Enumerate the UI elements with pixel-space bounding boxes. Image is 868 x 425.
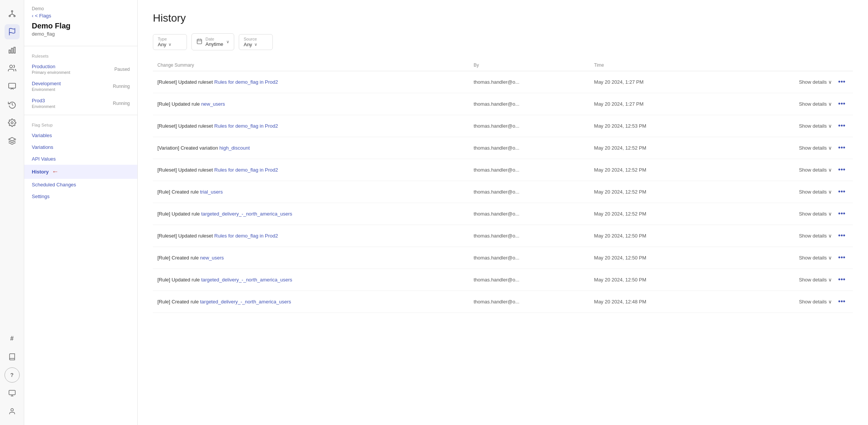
nav-item-prod3[interactable]: Prod3 Environment Running — [24, 95, 137, 112]
show-details-button[interactable]: Show details ∨ — [799, 101, 832, 107]
time-cell: May 20 2024, 12:52 PM — [590, 203, 724, 225]
change-summary-cell: [Ruleset] Updated ruleset Rules for demo… — [153, 115, 469, 137]
change-link[interactable]: new_users — [200, 255, 224, 261]
show-details-button[interactable]: Show details ∨ — [799, 123, 832, 129]
change-link[interactable]: Rules for demo_flag in Prod2 — [214, 79, 278, 85]
more-options-button[interactable]: ••• — [835, 164, 848, 175]
change-summary-cell: [Rule] Updated rule targeted_delivery_-_… — [153, 269, 469, 291]
type-chevron-icon: ∨ — [168, 42, 171, 47]
show-details-button[interactable]: Show details ∨ — [799, 189, 832, 195]
svg-point-1 — [9, 16, 10, 17]
source-filter[interactable]: Source Any ∨ — [239, 34, 273, 50]
nav-link-scheduled-changes[interactable]: Scheduled Changes — [24, 179, 137, 191]
nav-icon-tree[interactable] — [5, 6, 20, 21]
by-cell: thomas.handler@o... — [469, 291, 590, 313]
col-change-summary: Change Summary — [153, 59, 469, 71]
time-cell: May 20 2024, 12:52 PM — [590, 137, 724, 159]
by-cell: thomas.handler@o... — [469, 115, 590, 137]
filter-bar: Type Any ∨ Date Anytime ∨ Source Any ∨ — [153, 33, 853, 50]
flag-name: Demo Flag — [24, 22, 137, 31]
change-summary-cell: [Ruleset] Updated ruleset Rules for demo… — [153, 225, 469, 247]
change-link[interactable]: targeted_delivery_-_north_america_users — [201, 277, 292, 283]
nav-link-variations[interactable]: Variations — [24, 141, 137, 153]
svg-rect-14 — [9, 391, 15, 395]
nav-icon-history[interactable] — [5, 97, 20, 112]
show-details-button[interactable]: Show details ∨ — [799, 277, 832, 283]
date-filter[interactable]: Date Anytime ∨ — [191, 33, 234, 50]
show-details-button[interactable]: Show details ∨ — [799, 79, 832, 85]
change-link[interactable]: Rules for demo_flag in Prod2 — [214, 167, 278, 173]
show-details-button[interactable]: Show details ∨ — [799, 167, 832, 173]
nav-item-development[interactable]: Development Environment Running — [24, 78, 137, 95]
icon-sidebar: # ? — [0, 0, 24, 425]
nav-item-production[interactable]: Production Primary environment Paused — [24, 61, 137, 78]
nav-link-variables[interactable]: Variables — [24, 130, 137, 141]
svg-rect-8 — [11, 48, 13, 53]
show-details-button[interactable]: Show details ∨ — [799, 233, 832, 239]
nav-icon-settings[interactable] — [5, 115, 20, 130]
more-options-button[interactable]: ••• — [835, 274, 848, 285]
more-options-button[interactable]: ••• — [835, 142, 848, 153]
nav-icon-book[interactable] — [5, 349, 20, 364]
more-options-button[interactable]: ••• — [835, 98, 848, 109]
change-link[interactable]: targeted_delivery_-_north_america_users — [201, 211, 292, 217]
nav-link-settings[interactable]: Settings — [24, 191, 137, 202]
more-options-button[interactable]: ••• — [835, 230, 848, 241]
by-cell: thomas.handler@o... — [469, 247, 590, 269]
actions-cell: Show details ∨ ••• — [724, 225, 853, 247]
type-filter[interactable]: Type Any ∨ — [153, 34, 187, 50]
show-details-button[interactable]: Show details ∨ — [799, 255, 832, 261]
nav-link-history[interactable]: History ← — [24, 165, 137, 179]
change-summary-cell: [Ruleset] Updated ruleset Rules for demo… — [153, 71, 469, 93]
more-options-button[interactable]: ••• — [835, 120, 848, 131]
time-cell: May 20 2024, 1:27 PM — [590, 71, 724, 93]
table-row: [Rule] Created rule targeted_delivery_-_… — [153, 291, 853, 313]
svg-line-4 — [9, 14, 12, 16]
change-link[interactable]: Rules for demo_flag in Prod2 — [214, 123, 278, 129]
change-link[interactable]: trial_users — [200, 189, 223, 195]
show-details-button[interactable]: Show details ∨ — [799, 211, 832, 217]
change-link[interactable]: targeted_delivery_-_north_america_users — [200, 299, 291, 305]
by-cell: thomas.handler@o... — [469, 137, 590, 159]
change-summary-cell: [Rule] Created rule trial_users — [153, 181, 469, 203]
show-details-button[interactable]: Show details ∨ — [799, 145, 832, 151]
nav-icon-monitor[interactable] — [5, 79, 20, 94]
back-arrow-icon: ‹ — [32, 13, 33, 19]
svg-rect-18 — [197, 39, 202, 44]
more-options-button[interactable]: ••• — [835, 252, 848, 263]
red-arrow-icon: ← — [52, 168, 59, 176]
time-cell: May 20 2024, 12:52 PM — [590, 181, 724, 203]
time-cell: May 20 2024, 1:27 PM — [590, 93, 724, 115]
chevron-down-icon: ∨ — [828, 145, 832, 151]
change-summary-cell: [Rule] Created rule new_users — [153, 247, 469, 269]
nav-icon-flags[interactable] — [5, 24, 20, 39]
change-link[interactable]: high_discount — [219, 145, 250, 151]
more-options-button[interactable]: ••• — [835, 77, 848, 88]
nav-icon-help[interactable]: ? — [5, 367, 20, 383]
more-options-button[interactable]: ••• — [835, 296, 848, 307]
nav-icon-user[interactable] — [5, 404, 20, 419]
chevron-down-icon: ∨ — [828, 167, 832, 173]
nav-icon-users[interactable] — [5, 61, 20, 76]
time-cell: May 20 2024, 12:50 PM — [590, 225, 724, 247]
back-link[interactable]: ‹ < Flags — [24, 13, 137, 22]
nav-icon-shapes[interactable] — [5, 133, 20, 148]
flag-key: demo_flag — [24, 31, 137, 43]
nav-link-api-values[interactable]: API Values — [24, 153, 137, 165]
change-link[interactable]: new_users — [201, 101, 225, 107]
chevron-down-icon: ∨ — [828, 189, 832, 195]
change-link[interactable]: Rules for demo_flag in Prod2 — [214, 233, 278, 239]
table-row: [Rule] Created rule new_usersthomas.hand… — [153, 247, 853, 269]
nav-icon-desktop[interactable] — [5, 386, 20, 401]
change-summary-cell: [Rule] Created rule targeted_delivery_-_… — [153, 291, 469, 313]
nav-icon-analytics[interactable] — [5, 42, 20, 58]
actions-cell: Show details ∨ ••• — [724, 269, 853, 291]
table-row: [Variation] Created variation high_disco… — [153, 137, 853, 159]
actions-cell: Show details ∨ ••• — [724, 291, 853, 313]
show-details-button[interactable]: Show details ∨ — [799, 299, 832, 305]
more-options-button[interactable]: ••• — [835, 208, 848, 219]
svg-point-2 — [14, 16, 15, 17]
more-options-button[interactable]: ••• — [835, 186, 848, 197]
by-cell: thomas.handler@o... — [469, 71, 590, 93]
nav-icon-hash[interactable]: # — [5, 331, 20, 346]
